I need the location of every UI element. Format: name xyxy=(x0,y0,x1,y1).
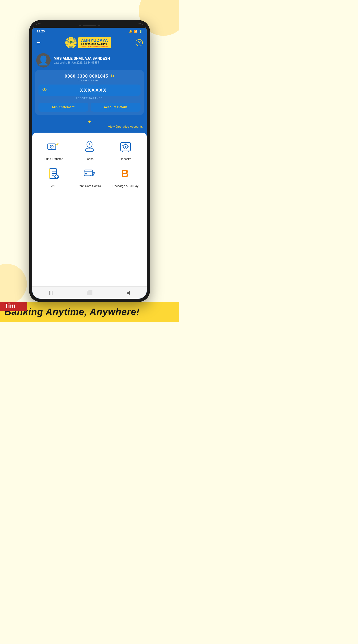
svg-rect-29 xyxy=(85,173,87,174)
account-details-button[interactable]: Account Details xyxy=(91,103,141,112)
vas-label: VAS xyxy=(51,184,56,188)
nav-home-icon[interactable]: ⬜ xyxy=(87,290,93,296)
recharge-label: Recharge & Bill Pay xyxy=(113,184,139,188)
status-icons: 🔔 📶 🔋 xyxy=(129,30,142,33)
service-item-fund-transfer[interactable]: ₹ Fund Transfer xyxy=(37,138,71,160)
eye-icon[interactable]: 👁 xyxy=(42,87,47,93)
user-last-login: Last Login: 28 Jun 2021, 12:24:41 IST xyxy=(54,61,143,64)
bank-logo-text: ABHYUDAYA CO-OPERATIVE BANK LTD. (MULTI … xyxy=(78,37,111,48)
bottom-banner: No Tim Banking Anytime, Anywhere! xyxy=(0,302,179,322)
fund-transfer-label: Fund Transfer xyxy=(45,157,63,160)
nav-recent-icon[interactable]: ||| xyxy=(49,290,53,296)
svg-rect-27 xyxy=(84,170,93,176)
loans-icon: ₹ xyxy=(83,140,96,153)
vas-icon-box xyxy=(45,165,62,182)
bank-logo-badge: ABHYUDAYA CO-OPERATIVE xyxy=(65,37,77,48)
balance-row: 👁 XXXXXXX xyxy=(39,84,141,96)
balance-amount: XXXXXXX xyxy=(50,88,137,93)
services-grid: ₹ Fund Transfer ₹ xyxy=(37,138,142,188)
view-link-container: View Operative Accounts xyxy=(32,124,147,132)
loans-label: Loans xyxy=(86,157,93,160)
phone-screen: 12:25 🔔 📶 🔋 ☰ ABHYUDAYA CO-OPERATIVE xyxy=(32,23,147,299)
balance-label: LEDGER BALANCE xyxy=(39,97,141,100)
carousel-dots xyxy=(32,120,147,123)
svg-text:B: B xyxy=(121,168,129,179)
user-name: MRS AMLE SHAILAJA SANDESH xyxy=(54,56,143,60)
debit-card-label: Debit Card Control xyxy=(77,184,102,188)
bank-name: ABHYUDAYA xyxy=(81,38,108,43)
refresh-button[interactable]: ↻ xyxy=(111,73,114,79)
fund-transfer-icon-box: ₹ xyxy=(45,138,62,155)
account-type: CASH CREDIT xyxy=(39,79,141,82)
svg-point-13 xyxy=(125,146,126,148)
phone-notch xyxy=(32,23,147,28)
deposits-label: Deposits xyxy=(120,157,131,160)
hamburger-menu-icon[interactable]: ☰ xyxy=(36,40,41,46)
fund-transfer-icon: ₹ xyxy=(47,140,60,153)
status-bar: 12:25 🔔 📶 🔋 xyxy=(32,28,147,35)
svg-text:₹: ₹ xyxy=(51,146,52,148)
status-time: 12:25 xyxy=(37,30,45,33)
nav-back-icon[interactable]: ◀ xyxy=(126,290,130,296)
dot-1 xyxy=(88,120,91,123)
help-button[interactable]: ? xyxy=(136,39,143,46)
services-section: ₹ Fund Transfer ₹ xyxy=(32,132,147,286)
deposits-icon xyxy=(119,140,132,153)
nav-bar: ||| ⬜ ◀ xyxy=(32,286,147,299)
debit-card-icon-box xyxy=(81,165,98,182)
user-details: MRS AMLE SHAILAJA SANDESH Last Login: 28… xyxy=(54,56,143,64)
bottom-banner-red-text: No Tim xyxy=(0,302,27,311)
header: ☰ ABHYUDAYA CO-OPERATIVE ABHYUDAY xyxy=(32,35,147,50)
service-item-deposits[interactable]: Deposits xyxy=(109,138,142,160)
loans-icon-box: ₹ xyxy=(81,138,98,155)
account-number-row: 0380 3330 0001045 ↻ xyxy=(39,73,141,79)
account-number: 0380 3330 0001045 xyxy=(65,74,108,79)
recharge-icon: B xyxy=(119,167,132,180)
main-content: 👤 MRS AMLE SHAILAJA SANDESH Last Login: … xyxy=(32,50,147,299)
user-avatar-icon: 👤 xyxy=(38,55,49,66)
wifi-icon: 📶 xyxy=(134,30,137,33)
svg-rect-5 xyxy=(71,42,71,44)
svg-text:₹: ₹ xyxy=(89,143,90,146)
debit-card-icon xyxy=(83,167,96,180)
service-item-debit-card[interactable]: Debit Card Control xyxy=(73,165,107,188)
logo-container: ABHYUDAYA CO-OPERATIVE ABHYUDAYA CO-OPER… xyxy=(65,37,111,48)
user-info: 👤 MRS AMLE SHAILAJA SANDESH Last Login: … xyxy=(32,50,147,70)
action-buttons: Mini Statement Account Details xyxy=(39,103,141,112)
bank-tag: (MULTI - STATE SCHEDULED BANK) xyxy=(81,46,108,47)
service-item-loans[interactable]: ₹ Loans xyxy=(73,138,107,160)
service-item-recharge[interactable]: B Recharge & Bill Pay xyxy=(109,165,142,188)
avatar: 👤 xyxy=(36,53,51,68)
alarm-icon: 🔔 xyxy=(129,30,132,33)
account-card: 0380 3330 0001045 ↻ CASH CREDIT 👁 XXXXXX… xyxy=(35,70,144,115)
svg-rect-16 xyxy=(122,145,124,146)
phone-frame: 12:25 🔔 📶 🔋 ☰ ABHYUDAYA CO-OPERATIVE xyxy=(29,20,150,302)
battery-icon: 🔋 xyxy=(139,30,142,33)
vas-icon xyxy=(47,167,60,180)
deposits-icon-box xyxy=(117,138,134,155)
mini-statement-button[interactable]: Mini Statement xyxy=(39,103,88,112)
service-item-vas[interactable]: VAS xyxy=(37,165,71,188)
view-operative-accounts-link[interactable]: View Operative Accounts xyxy=(108,125,143,128)
bank-sub-name: CO-OPERATIVE BANK LTD. xyxy=(81,43,108,46)
recharge-icon-box: B xyxy=(117,165,134,182)
